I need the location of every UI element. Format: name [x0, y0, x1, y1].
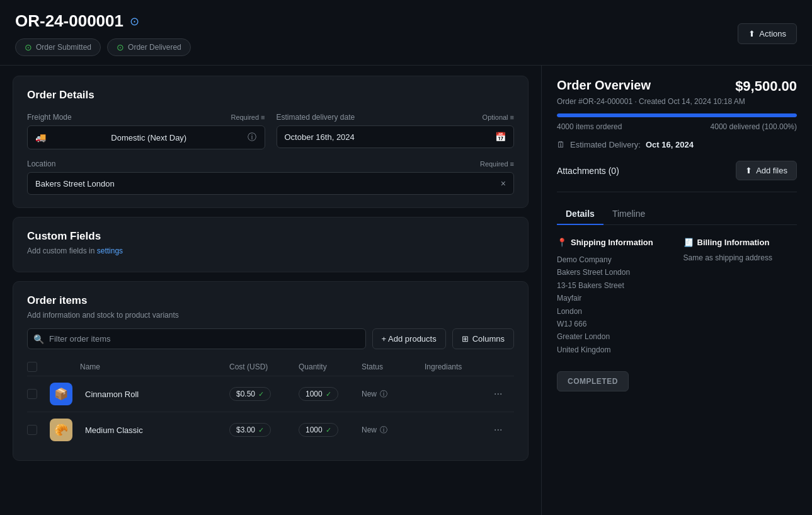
tabs-row: Details Timeline	[557, 204, 797, 225]
row1-checkbox-col	[27, 389, 50, 399]
tab-timeline[interactable]: Timeline	[603, 204, 654, 225]
order-items-card: Order items Add information and stock to…	[13, 281, 529, 461]
status-pill-delivered-label: Order Delivered	[128, 43, 181, 52]
box-icon: 📦	[54, 387, 68, 401]
row2-cost-value: $3.00	[236, 425, 255, 434]
shipping-line3: Mayfair	[557, 292, 671, 304]
row2-thumb: 🥐	[50, 419, 80, 441]
check-icon-submitted: ⊙	[25, 42, 32, 52]
row2-cost-check-icon: ✓	[258, 426, 264, 434]
row2-more: ···	[494, 424, 514, 436]
add-products-button[interactable]: + Add products	[372, 328, 446, 349]
progress-stats: 4000 items ordered 4000 delivered (100.0…	[557, 122, 797, 131]
actions-icon: ⬆	[748, 29, 755, 38]
location-icon: 📍	[557, 238, 567, 247]
menu-icon-location: ≡	[510, 160, 514, 168]
estimated-delivery-label: Estimated Delivery:	[570, 140, 641, 149]
billing-title: 🧾 Billing Information	[683, 238, 798, 247]
progress-bar-fill	[557, 113, 797, 117]
location-field: Location Required ≡ Bakers Street London…	[27, 159, 514, 195]
custom-fields-subtitle: Add custom fields in settings	[27, 246, 514, 255]
freight-label-row: Freight Mode Required ≡	[27, 113, 265, 122]
actions-button[interactable]: ⬆ Actions	[738, 23, 797, 44]
status-pill-delivered[interactable]: ⊙ Order Delivered	[107, 38, 191, 56]
delivery-label-row: Estimated delivery date Optional ≡	[277, 113, 515, 122]
add-files-label: Add files	[756, 166, 787, 175]
billing-same-address: Same as shipping address	[683, 253, 798, 262]
check-icon-delivered: ⊙	[117, 42, 124, 52]
freight-label: Freight Mode	[27, 113, 72, 122]
attachments-label: Attachments (0)	[557, 166, 619, 176]
row2-status-icon: ⓘ	[380, 425, 387, 436]
row1-checkbox[interactable]	[27, 389, 37, 399]
header-qty: Quantity	[299, 362, 362, 371]
header-cost: Cost (USD)	[229, 362, 299, 371]
header-name: Name	[80, 362, 229, 371]
row2-status-badge: New ⓘ	[362, 425, 387, 436]
info-icon-freight: ⓘ	[248, 132, 256, 143]
columns-icon: ⊞	[462, 334, 469, 344]
shipping-line7: United Kingdom	[557, 344, 671, 356]
shipping-line2: 13-15 Bakers Street	[557, 279, 671, 292]
items-delivered-label: 4000 delivered (100.00%)	[711, 122, 797, 131]
row1-thumb: 📦	[50, 383, 80, 405]
actions-label: Actions	[759, 29, 786, 38]
location-label-row: Location Required ≡	[27, 159, 514, 168]
location-input[interactable]: Bakers Street London ×	[27, 172, 514, 195]
completed-badge-label: COMPLETED	[557, 371, 629, 391]
columns-button[interactable]: ⊞ Columns	[452, 328, 514, 349]
header-checkbox-col	[27, 362, 50, 372]
freight-mode-field: Freight Mode Required ≡ 🚚 Domestic (Next…	[27, 113, 265, 149]
items-toolbar: 🔍 + Add products ⊞ Columns	[27, 328, 514, 349]
attachments-row: Attachments (0) ⬆ Add files	[557, 161, 797, 192]
row1-more-icon[interactable]: ···	[494, 388, 502, 399]
progress-bar-wrap	[557, 113, 797, 117]
row1-product-name: Cinnamon Roll	[80, 390, 229, 399]
bread-icon: 🥐	[54, 423, 68, 437]
filter-input[interactable]	[27, 328, 366, 349]
billing-icon: 🧾	[683, 238, 694, 247]
shipping-line1: Bakers Street London	[557, 266, 671, 279]
order-details-title: Order Details	[27, 89, 514, 101]
shipping-address: Demo Company Bakers Street London 13-15 …	[557, 253, 671, 356]
tab-details[interactable]: Details	[557, 204, 603, 225]
row1-status: New ⓘ	[362, 389, 425, 400]
info-grid: 📍 Shipping Information Demo Company Bake…	[557, 238, 797, 356]
row2-product-thumbnail: 🥐	[50, 419, 72, 441]
row2-qty-badge[interactable]: 1000 ✓	[299, 423, 338, 437]
row2-qty: 1000 ✓	[299, 423, 362, 437]
row1-qty-badge[interactable]: 1000 ✓	[299, 387, 338, 401]
select-all-checkbox[interactable]	[27, 362, 37, 372]
status-pill-submitted-label: Order Submitted	[36, 43, 91, 52]
page-header: OR-24-000001 ⊙ ⊙ Order Submitted ⊙ Order…	[0, 0, 812, 66]
page-title-row: OR-24-000001 ⊙	[15, 11, 191, 31]
upload-icon: ⬆	[745, 166, 752, 175]
add-files-button[interactable]: ⬆ Add files	[736, 161, 797, 180]
freight-required: Required ≡	[231, 113, 265, 121]
row1-cost-badge[interactable]: $0.50 ✓	[229, 387, 271, 401]
shipping-title: 📍 Shipping Information	[557, 238, 671, 247]
row2-cost: $3.00 ✓	[229, 423, 299, 437]
row1-qty-value: 1000	[306, 390, 323, 398]
calendar-icon-delivery: 📅	[495, 132, 506, 142]
table-row: 🥐 Medium Classic $3.00 ✓ 1000 ✓	[27, 412, 514, 448]
delivery-value: October 16th, 2024	[285, 132, 355, 142]
page-title: OR-24-000001	[15, 11, 123, 31]
overview-meta: Order #OR-24-000001 · Created Oct 14, 20…	[557, 97, 797, 106]
order-items-title: Order items	[27, 294, 514, 307]
order-items-subtitle: Add information and stock to product var…	[27, 311, 514, 320]
row2-checkbox[interactable]	[27, 425, 37, 435]
delivery-label: Estimated delivery date	[277, 113, 355, 122]
delivery-input[interactable]: October 16th, 2024 📅	[277, 125, 515, 148]
freight-input[interactable]: 🚚 Domestic (Next Day) ⓘ	[27, 125, 265, 149]
status-pill-submitted[interactable]: ⊙ Order Submitted	[15, 38, 101, 56]
row1-more: ···	[494, 388, 514, 400]
columns-label: Columns	[472, 334, 505, 344]
row2-more-icon[interactable]: ···	[494, 424, 502, 435]
row1-cost-value: $0.50	[236, 390, 255, 398]
calendar-icon-overview: 🗓	[557, 140, 565, 149]
clear-icon-location[interactable]: ×	[501, 178, 506, 188]
row1-status-badge: New ⓘ	[362, 389, 387, 400]
row2-cost-badge[interactable]: $3.00 ✓	[229, 423, 271, 437]
settings-link[interactable]: settings	[97, 246, 123, 255]
